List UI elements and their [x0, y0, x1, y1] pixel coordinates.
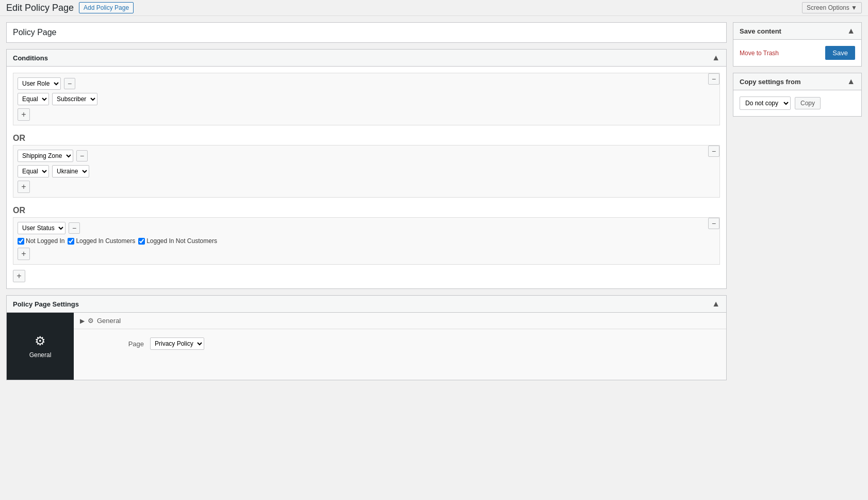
condition-checkboxes-3-1: Not Logged In Logged In Customers Logged… [18, 237, 715, 245]
condition-row-2-2: Equal Ukraine [18, 165, 715, 178]
or-label-1: OR [13, 130, 720, 145]
copy-settings-button[interactable]: Copy [795, 97, 821, 109]
copy-settings-select[interactable]: Do not copy [740, 96, 791, 110]
save-button[interactable]: Save [825, 46, 855, 60]
settings-row-page: Page Privacy Policy [82, 337, 718, 350]
remove-row-1-1-btn[interactable]: − [64, 78, 75, 89]
sidebar: Save content ▲ Move to Trash Save Copy s… [733, 22, 862, 380]
move-to-trash-link[interactable]: Move to Trash [740, 50, 779, 57]
condition-value-select-1-1[interactable]: Subscriber [52, 93, 97, 105]
remove-group-3-btn[interactable]: − [708, 218, 719, 229]
conditions-panel: Conditions ▲ − User Role − [6, 49, 727, 289]
save-content-panel: Save content ▲ Move to Trash Save [733, 22, 862, 67]
checkbox-logged-in-not-customers-label: Logged In Not Customers [146, 237, 217, 245]
settings-content-body: Page Privacy Policy [74, 329, 726, 358]
gear-icon: ⚙ [35, 334, 46, 348]
checkbox-not-logged-in-input[interactable] [18, 238, 24, 245]
settings-content-header-label: General [97, 317, 121, 325]
condition-group-2: − Shipping Zone − Equal [13, 145, 720, 198]
policy-settings-header: Policy Page Settings ▲ [7, 296, 726, 313]
settings-page-label: Page [82, 340, 144, 348]
policy-page-title-box: Policy Page [6, 22, 727, 43]
remove-row-3-1-btn[interactable]: − [69, 222, 80, 234]
chevron-right-icon: ▶ [80, 317, 85, 325]
settings-tab-label: General [29, 351, 52, 359]
add-policy-button[interactable]: Add Policy Page [79, 2, 134, 13]
condition-operator-select-2-1[interactable]: Equal [18, 165, 49, 178]
condition-group-1-inner: − User Role − Equal Subs [18, 77, 715, 105]
condition-value-select-2-1[interactable]: Ukraine [52, 165, 89, 178]
condition-type-select-2-1[interactable]: Shipping Zone [18, 150, 73, 162]
gear-settings-icon: ⚙ [88, 317, 94, 325]
save-content-header: Save content ▲ [733, 23, 861, 40]
add-row-2-btn[interactable]: + [18, 181, 30, 193]
checkbox-logged-in-not-customers[interactable]: Logged In Not Customers [138, 237, 217, 245]
top-bar-left: Edit Policy Page Add Policy Page [6, 2, 134, 13]
copy-settings-collapse-btn[interactable]: ▲ [847, 77, 855, 86]
or-label-2: OR [13, 202, 720, 217]
main-layout: Policy Page Conditions ▲ − User Role [0, 16, 868, 386]
checkbox-not-logged-in[interactable]: Not Logged In [18, 237, 64, 245]
remove-group-2-btn[interactable]: − [708, 146, 719, 157]
policy-settings-collapse-btn[interactable]: ▲ [712, 300, 720, 308]
screen-options-button[interactable]: Screen Options ▼ [802, 2, 862, 13]
condition-row-1-1: User Role − [18, 77, 715, 90]
conditions-collapse-btn[interactable]: ▲ [712, 54, 720, 62]
add-row-2-btn-container: + [18, 181, 715, 193]
save-content-collapse-btn[interactable]: ▲ [847, 27, 855, 35]
add-row-3-btn-container: + [18, 248, 715, 260]
condition-row-1-2: Equal Subscriber [18, 93, 715, 105]
main-content: Policy Page Conditions ▲ − User Role [6, 22, 727, 380]
copy-settings-body: Do not copy Copy [733, 90, 861, 116]
add-outer-group-btn[interactable]: + [13, 270, 25, 282]
copy-settings-panel: Copy settings from ▲ Do not copy Copy [733, 73, 862, 117]
remove-row-2-1-btn[interactable]: − [76, 150, 88, 162]
conditions-panel-header: Conditions ▲ [7, 50, 726, 67]
add-row-3-btn[interactable]: + [18, 248, 30, 260]
condition-group-1: − User Role − Equal Subs [13, 73, 720, 125]
top-bar: Edit Policy Page Add Policy Page Screen … [0, 0, 868, 16]
condition-group-2-inner: − Shipping Zone − Equal [18, 150, 715, 178]
policy-settings-body: ⚙ General ▶ ⚙ General Page Privacy P [7, 313, 726, 380]
condition-type-select-3-1[interactable]: User Status [18, 222, 65, 234]
add-row-1-btn[interactable]: + [18, 108, 30, 121]
policy-settings-panel: Policy Page Settings ▲ ⚙ General ▶ ⚙ Gen… [6, 295, 727, 380]
policy-settings-title: Policy Page Settings [13, 300, 79, 308]
settings-tab-general[interactable]: ⚙ General [7, 313, 74, 380]
settings-content-general: ▶ ⚙ General Page Privacy Policy [74, 313, 726, 380]
settings-page-select[interactable]: Privacy Policy [150, 337, 204, 350]
conditions-panel-body: − User Role − Equal Subs [7, 67, 726, 288]
checkbox-logged-in-customers-label: Logged In Customers [76, 237, 135, 245]
condition-group-3-inner: − User Status − Not Logged In [18, 222, 715, 245]
checkbox-logged-in-customers-input[interactable] [68, 238, 74, 245]
page-title: Edit Policy Page [6, 3, 74, 13]
condition-operator-select-1-1[interactable]: Equal [18, 93, 49, 105]
checkbox-logged-in-customers[interactable]: Logged In Customers [68, 237, 135, 245]
condition-type-select-1-1[interactable]: User Role [18, 77, 61, 90]
checkbox-not-logged-in-label: Not Logged In [26, 237, 64, 245]
checkbox-logged-in-not-customers-input[interactable] [138, 238, 145, 245]
save-content-body: Move to Trash Save [733, 40, 861, 66]
copy-settings-title: Copy settings from [740, 78, 800, 86]
save-content-title: Save content [740, 27, 781, 35]
condition-row-3-1: User Status − [18, 222, 715, 234]
remove-group-1-btn[interactable]: − [708, 73, 719, 85]
condition-group-3: − User Status − Not Logged In [13, 217, 720, 265]
settings-content-header: ▶ ⚙ General [74, 313, 726, 329]
add-row-1-btn-container: + [18, 108, 715, 121]
copy-settings-header: Copy settings from ▲ [733, 73, 861, 90]
conditions-title: Conditions [13, 54, 48, 62]
condition-row-2-1: Shipping Zone − [18, 150, 715, 162]
